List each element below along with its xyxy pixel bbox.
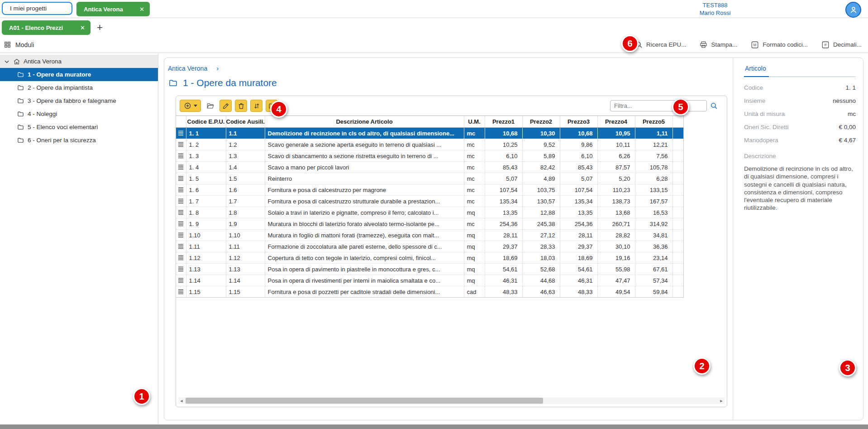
sidebar-item-label: 2 - Opere da impiantista	[28, 84, 93, 91]
cell-prezzo4: 30,10	[597, 241, 635, 252]
sort-button[interactable]	[250, 100, 262, 112]
main-card: Antica Verona › 1 - Opere da muratore	[164, 58, 863, 420]
open-folder-button[interactable]	[204, 100, 216, 112]
tab-my-projects[interactable]: I miei progetti	[2, 2, 72, 15]
search-epu-button[interactable]: Ricerca EPU...	[635, 41, 687, 48]
table-row[interactable]: 1. 3 1.3 Scavo di sbancamento a sezione …	[176, 150, 683, 162]
spacer-cell	[672, 150, 683, 162]
cell-prezzo1: 85,43	[485, 162, 522, 173]
filter-input[interactable]	[610, 100, 707, 111]
tab-antica-verona[interactable]: Antica Verona ✕	[76, 2, 150, 16]
decimals-button[interactable]: # Decimali...	[821, 41, 862, 49]
spacer-cell	[672, 184, 683, 196]
row-drag-handle[interactable]	[176, 241, 186, 252]
close-icon[interactable]: ✕	[133, 6, 144, 13]
row-drag-handle[interactable]	[176, 128, 186, 139]
scroll-right-arrow[interactable]: ►	[718, 399, 725, 403]
dropdown-caret-icon	[194, 105, 197, 107]
row-drag-handle[interactable]	[176, 150, 186, 162]
breadcrumb-root-link[interactable]: Antica Verona	[168, 65, 207, 72]
table-row[interactable]: 1. 9 1.9 Muratura in blocchi di laterizi…	[176, 218, 683, 230]
table-row[interactable]: 1. 6 1.6 Fornitura e posa di calcestruzz…	[176, 184, 683, 196]
cell-prezzo5: 133,15	[635, 184, 672, 196]
table-row[interactable]: 1.14 1.14 Posa in opera di rivestimenti …	[176, 275, 683, 286]
row-drag-handle[interactable]	[176, 162, 186, 173]
row-drag-handle[interactable]	[176, 173, 186, 184]
code-format-icon: M	[751, 41, 759, 49]
row-drag-handle[interactable]	[176, 252, 186, 264]
column-header[interactable]: Prezzo4	[597, 116, 635, 128]
table-row[interactable]: 1.13 1.13 Posa in opera di pavimento in …	[176, 264, 683, 275]
cell-prezzo3: 9,86	[560, 139, 597, 150]
column-header[interactable]: Codice Ausili...	[226, 116, 265, 128]
row-drag-handle[interactable]	[176, 184, 186, 196]
row-drag-handle[interactable]	[176, 218, 186, 230]
spacer-cell	[672, 241, 683, 252]
tab-articolo[interactable]: Articolo	[744, 65, 769, 77]
page-title-text: 1 - Opere da muratore	[183, 77, 277, 88]
scroll-left-arrow[interactable]: ◄	[178, 399, 185, 403]
spacer-cell	[672, 196, 683, 207]
row-drag-handle[interactable]	[176, 196, 186, 207]
column-header[interactable]: Prezzo2	[522, 116, 560, 128]
column-header[interactable]: Prezzo3	[560, 116, 597, 128]
delete-button[interactable]	[235, 100, 247, 112]
user-avatar-button[interactable]	[845, 2, 861, 18]
table-row[interactable]: 1. 8 1.8 Solaio a travi in laterizio e p…	[176, 207, 683, 218]
scrollbar-thumb[interactable]	[186, 398, 543, 404]
spacer-cell	[672, 128, 683, 139]
cell-prezzo5: 16,53	[635, 207, 672, 218]
sidebar-item-4[interactable]: 4 - Noleggi	[0, 107, 158, 121]
row-drag-handle[interactable]	[176, 286, 186, 298]
cell-prezzo4: 6,26	[597, 150, 635, 162]
cell-prezzo3: 28,11	[560, 230, 597, 241]
column-header[interactable]: Codice E.P.U.	[186, 116, 226, 128]
column-header[interactable]: Prezzo5	[635, 116, 672, 128]
row-drag-handle[interactable]	[176, 275, 186, 286]
table-row[interactable]: 1. 2 1.2 Scavo generale a sezione aperta…	[176, 139, 683, 150]
row-drag-handle[interactable]	[176, 139, 186, 150]
close-icon[interactable]: ✕	[74, 24, 85, 31]
table-row[interactable]: 1.11 1.11 Formazione di zoccolatura alle…	[176, 241, 683, 252]
code-format-button[interactable]: M Formato codici...	[751, 41, 808, 49]
edit-button[interactable]	[219, 100, 232, 112]
row-drag-handle[interactable]	[176, 207, 186, 218]
sidebar-item-1[interactable]: 1 - Opere da muratore	[0, 68, 158, 81]
cell-descrizione: Scavo di sbancamento a sezione ristretta…	[265, 150, 464, 162]
cell-prezzo3: 54,61	[560, 264, 597, 275]
sidebar-item-2[interactable]: 2 - Opere da impiantista	[0, 81, 158, 94]
cell-prezzo3: 48,33	[560, 286, 597, 298]
column-header[interactable]: U.M.	[464, 116, 485, 128]
cell-prezzo2: 82,42	[522, 162, 560, 173]
sidebar-item-6[interactable]: 6 - Oneri per la sicurezza	[0, 134, 158, 147]
table-row[interactable]: 1.10 1.10 Muratura in foglio di mattoni …	[176, 230, 683, 241]
cell-descrizione: Fornitura e posa di calcestruzzo per mag…	[265, 184, 464, 196]
table-row[interactable]: 1. 7 1.7 Fornitura e posa di calcestruzz…	[176, 196, 683, 207]
new-tab-button[interactable]: +	[97, 23, 103, 33]
table-row[interactable]: 1. 1 1.1 Demolizione di recinzione in cl…	[176, 128, 683, 139]
horizontal-scrollbar[interactable]: ◄ ►	[178, 397, 725, 404]
print-button[interactable]: Stampa...	[700, 41, 737, 48]
row-drag-handle[interactable]	[176, 230, 186, 241]
cell-codice-ausiliario: 1.7	[226, 196, 265, 207]
table-row[interactable]: 1. 4 1.4 Scavo a mano per piccoli lavori…	[176, 162, 683, 173]
table-row[interactable]: 1.15 1.15 Fornitura e posa di pozzetti p…	[176, 286, 683, 298]
sidebar-item-3[interactable]: 3 - Opere da fabbro e falegname	[0, 94, 158, 107]
row-drag-handle[interactable]	[176, 264, 186, 275]
table-row[interactable]: 1. 5 1.5 Reinterro mc 5,07 4,89 5,07 5,2…	[176, 173, 683, 184]
modules-button[interactable]: Moduli	[4, 41, 34, 48]
cell-prezzo5: 314,92	[635, 218, 672, 230]
cell-prezzo5: 1,11	[635, 128, 672, 139]
detail-field-value: 1. 1	[845, 84, 856, 91]
folder-icon	[17, 111, 24, 117]
column-header[interactable]: Descrizione Articolo	[265, 116, 464, 128]
sidebar-root-antica-verona[interactable]: Antica Verona	[0, 55, 158, 68]
column-header[interactable]: Prezzo1	[485, 116, 522, 128]
tab-elenco-prezzi[interactable]: A01 - Elenco Prezzi ✕	[2, 20, 91, 35]
sidebar-item-5[interactable]: 5 - Elenco voci elementari	[0, 121, 158, 134]
add-item-button[interactable]	[180, 100, 201, 112]
table-row[interactable]: 1.12 1.12 Copertura di tetto con tegole …	[176, 252, 683, 264]
filter-search-icon[interactable]	[710, 102, 718, 110]
cell-prezzo4: 13,68	[597, 207, 635, 218]
home-icon	[13, 58, 20, 65]
